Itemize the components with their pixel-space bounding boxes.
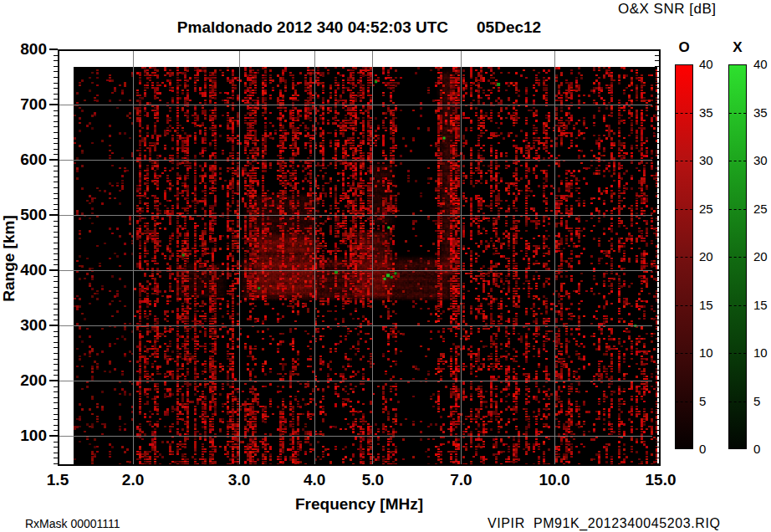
colorbar-tick-dash bbox=[729, 161, 746, 161]
y-axis-minor-tick-right bbox=[655, 204, 661, 205]
colorbar-tick-label: 0 bbox=[699, 442, 706, 456]
x-tick-label: 7.0 bbox=[434, 471, 488, 489]
y-axis-minor-tick bbox=[54, 71, 58, 72]
colorbar-tick-label: 20 bbox=[699, 249, 713, 263]
y-tick-label: 800 bbox=[12, 40, 47, 59]
y-axis-minor-tick-right bbox=[655, 243, 661, 243]
y-axis-minor-tick bbox=[54, 320, 58, 320]
colorbar-tick-dash bbox=[676, 257, 692, 258]
y-axis-minor-tick-right bbox=[655, 414, 661, 415]
y-tick-label: 700 bbox=[12, 95, 47, 114]
gridline-horizontal bbox=[58, 215, 661, 216]
y-axis-minor-tick-right bbox=[655, 221, 661, 222]
y-axis-minor-tick-right bbox=[655, 55, 661, 56]
y-axis-minor-tick-right bbox=[655, 347, 661, 348]
colorbar-tick-label: 10 bbox=[699, 345, 713, 360]
y-axis-minor-tick-right bbox=[655, 115, 661, 116]
y-axis-major-tick bbox=[49, 435, 58, 437]
y-axis-minor-tick bbox=[54, 342, 58, 343]
y-axis-minor-tick bbox=[54, 176, 58, 177]
y-axis-minor-tick bbox=[54, 430, 58, 431]
y-axis-major-tick-right bbox=[652, 104, 661, 105]
y-axis-minor-tick bbox=[54, 204, 58, 205]
y-axis-minor-tick bbox=[54, 386, 58, 387]
y-axis-major-tick-right bbox=[652, 435, 661, 437]
footer-filename: VIPIR PM91K_2012340045203.RIQ bbox=[488, 516, 721, 531]
x-tick-label: 2.0 bbox=[106, 471, 160, 489]
colorbar-tick-label: 40 bbox=[753, 57, 768, 71]
x-tick-label: 10.0 bbox=[528, 471, 581, 489]
gridline-vertical bbox=[133, 49, 134, 466]
y-tick-label: 300 bbox=[12, 316, 47, 335]
gridline-vertical bbox=[554, 49, 555, 466]
y-axis-minor-tick bbox=[54, 237, 58, 238]
y-axis-minor-tick-right bbox=[655, 71, 661, 72]
date-label: 05Dec12 bbox=[477, 18, 541, 36]
y-axis-minor-tick-right bbox=[655, 60, 661, 61]
colorbar-tick-dash bbox=[729, 209, 746, 210]
y-axis-minor-tick bbox=[54, 353, 58, 354]
y-tick-label: 600 bbox=[12, 151, 47, 169]
y-axis-minor-tick-right bbox=[655, 226, 661, 227]
colorbar-tick-dash bbox=[729, 402, 746, 402]
y-axis-minor-tick bbox=[54, 138, 58, 139]
y-axis-minor-tick bbox=[54, 359, 58, 360]
y-axis-major-tick-right bbox=[652, 159, 661, 161]
y-axis-minor-tick-right bbox=[655, 419, 661, 420]
gridline-vertical bbox=[461, 49, 462, 466]
y-axis-minor-tick-right bbox=[655, 375, 661, 376]
y-axis-minor-tick bbox=[54, 143, 58, 144]
y-axis-minor-tick bbox=[54, 364, 58, 365]
plot-title: Pmaldonado 2012 340 04:52:03 UTC bbox=[177, 18, 448, 36]
footer-rxmask: RxMask 00001111 bbox=[25, 517, 120, 530]
y-axis-minor-tick-right bbox=[655, 336, 661, 337]
y-axis-minor-tick-right bbox=[655, 276, 661, 277]
y-axis-minor-tick bbox=[54, 166, 58, 166]
y-axis-minor-tick-right bbox=[655, 281, 661, 282]
y-axis-major-tick bbox=[49, 325, 58, 326]
y-axis-minor-tick bbox=[54, 442, 58, 442]
y-axis-minor-tick-right bbox=[655, 408, 661, 409]
y-axis-minor-tick bbox=[54, 94, 58, 95]
y-axis-minor-tick bbox=[54, 126, 58, 127]
y-axis-minor-tick-right bbox=[655, 83, 661, 84]
y-axis-minor-tick bbox=[54, 226, 58, 227]
y-axis-minor-tick bbox=[54, 458, 58, 458]
y-axis-minor-tick-right bbox=[655, 149, 661, 150]
y-axis-minor-tick bbox=[54, 115, 58, 116]
x-tick-label: 3.0 bbox=[212, 471, 266, 489]
y-axis-minor-tick-right bbox=[655, 425, 661, 426]
y-axis-minor-tick bbox=[54, 182, 58, 182]
colorbar-tick-label: 30 bbox=[699, 153, 713, 167]
y-axis-minor-tick bbox=[54, 243, 58, 243]
y-axis-minor-tick bbox=[54, 309, 58, 309]
x-tick-label: 15.0 bbox=[634, 471, 687, 489]
y-axis-minor-tick bbox=[54, 132, 58, 133]
y-axis-major-tick-right bbox=[652, 269, 661, 271]
y-axis-minor-tick-right bbox=[655, 342, 661, 343]
y-axis-minor-tick bbox=[54, 391, 58, 392]
gridline-horizontal bbox=[58, 436, 661, 437]
y-axis-major-tick-right bbox=[652, 214, 661, 216]
y-axis-minor-tick-right bbox=[655, 77, 661, 78]
y-axis-minor-tick bbox=[54, 336, 58, 337]
gridline-horizontal bbox=[58, 325, 661, 326]
y-tick-label: 200 bbox=[12, 371, 47, 390]
y-axis-minor-tick-right bbox=[655, 353, 661, 354]
gridline-vertical bbox=[239, 49, 240, 466]
gridline-vertical bbox=[314, 49, 315, 466]
y-axis-minor-tick-right bbox=[655, 386, 661, 387]
y-axis-minor-tick bbox=[54, 83, 58, 84]
y-axis-minor-tick-right bbox=[655, 66, 661, 67]
colorbar-tick-label: 40 bbox=[699, 57, 713, 71]
y-axis-minor-tick bbox=[54, 347, 58, 348]
colorbar-tick-label: 15 bbox=[699, 298, 713, 312]
y-axis-minor-tick-right bbox=[655, 364, 661, 365]
y-axis-minor-tick-right bbox=[655, 453, 661, 453]
colorbar-title: O&X SNR [dB] bbox=[618, 1, 716, 18]
colorbar-tick-dash bbox=[676, 305, 692, 306]
y-axis-minor-tick-right bbox=[655, 287, 661, 288]
ionogram-figure: Pmaldonado 2012 340 04:52:03 UTC05Dec12 … bbox=[0, 0, 771, 532]
y-axis-minor-tick-right bbox=[655, 430, 661, 431]
y-axis-minor-tick-right bbox=[655, 176, 661, 177]
